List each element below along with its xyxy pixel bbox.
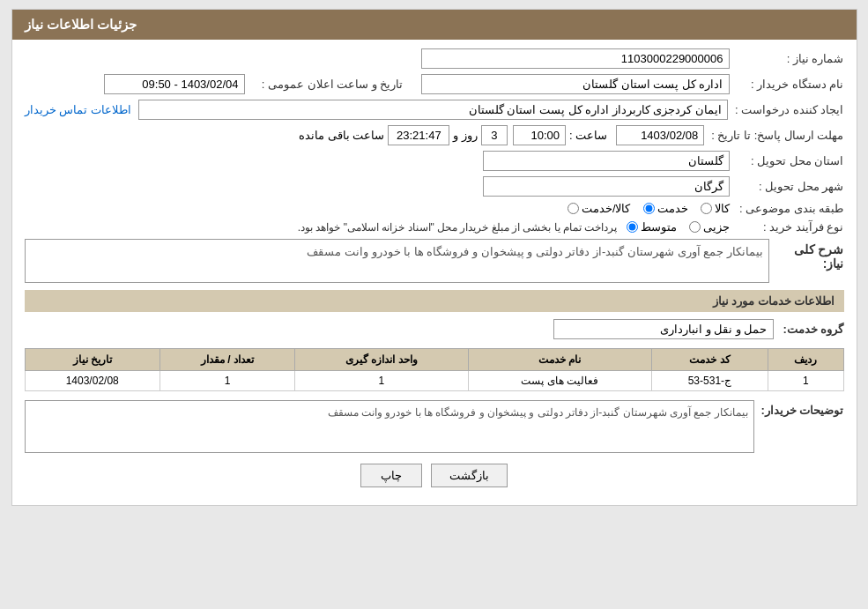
- need-number-label: شماره نیاز :: [730, 52, 844, 65]
- purchase-jozi[interactable]: جزیی: [689, 220, 730, 234]
- need-desc-label: شرح کلی نیاز:: [769, 239, 844, 271]
- buyer-org-value: اداره کل پست استان گلستان: [421, 74, 730, 94]
- service-group-row: گروه خدمت: حمل و نقل و انبارداری: [25, 319, 844, 339]
- category-radio-group: کالا خدمت کالا/خدمت: [568, 202, 730, 215]
- purchase-motavaset-label: متوسط: [641, 220, 677, 234]
- print-button[interactable]: چاپ: [360, 464, 422, 487]
- reply-date: 1403/02/08: [616, 125, 704, 145]
- table-header-row: ردیف کد خدمت نام خدمت واحد اندازه گیری ت…: [25, 349, 843, 371]
- purchase-type-label: نوع فرآیند خرید :: [730, 220, 844, 234]
- category-kala-khedmat-radio[interactable]: [568, 203, 579, 214]
- category-kala-khedmat[interactable]: کالا/خدمت: [568, 202, 631, 215]
- creator-value: ایمان کردجزی کاربرداز اداره کل پست استان…: [138, 100, 728, 120]
- page-title: جزئیات اطلاعات نیاز: [25, 17, 137, 32]
- cell-date: 1403/02/08: [25, 371, 160, 391]
- reply-time: 10:00: [513, 125, 566, 145]
- purchase-motavaset-radio[interactable]: [627, 221, 638, 233]
- buyer-desc-label: توضیحات خریدار:: [754, 400, 844, 417]
- category-kala-label: کالا: [715, 202, 730, 215]
- creator-label: ایجاد کننده درخواست :: [728, 103, 843, 116]
- content-area: شماره نیاز : 1103000229000006 نام دستگاه…: [12, 40, 857, 505]
- category-khedmat-label: خدمت: [657, 202, 688, 215]
- services-table-section: ردیف کد خدمت نام خدمت واحد اندازه گیری ت…: [25, 348, 844, 391]
- cell-unit: 1: [295, 371, 468, 391]
- need-number-value: 1103000229000006: [421, 48, 730, 69]
- need-number-row: شماره نیاز : 1103000229000006: [25, 48, 844, 69]
- creator-row: ایجاد کننده درخواست : ایمان کردجزی کاربر…: [25, 100, 844, 120]
- delivery-city-row: شهر محل تحویل : گرگان: [25, 176, 844, 197]
- category-khedmat[interactable]: خدمت: [643, 202, 688, 215]
- category-kala-khedmat-label: کالا/خدمت: [582, 202, 631, 215]
- need-desc-row: شرح کلی نیاز: بیمانکار جمع آوری شهرستان …: [25, 239, 844, 283]
- category-label: طبقه بندی موضوعی :: [730, 202, 844, 215]
- announce-value: 1403/02/04 - 09:50: [104, 74, 245, 94]
- service-group-label: گروه خدمت:: [774, 323, 844, 336]
- services-info-title: اطلاعات خدمات مورد نیاز: [25, 290, 844, 312]
- purchase-jozi-radio[interactable]: [689, 221, 701, 233]
- category-row: طبقه بندی موضوعی : کالا خدمت کالا/خدمت: [25, 202, 844, 215]
- service-group-value: حمل و نقل و انبارداری: [553, 319, 774, 339]
- delivery-province-label: استان محل تحویل :: [730, 154, 844, 167]
- delivery-city-label: شهر محل تحویل :: [730, 180, 844, 193]
- reply-deadline-row: مهلت ارسال پاسخ: تا تاریخ : 1403/02/08 س…: [25, 125, 844, 145]
- announce-label: تاریخ و ساعت اعلان عمومی :: [245, 78, 404, 91]
- reply-remaining-label: ساعت باقی مانده: [295, 129, 388, 142]
- cell-service_name: فعالیت های پست: [468, 371, 651, 391]
- buyer-desc-row: توضیحات خریدار: بیمانکار جمع آوری شهرستا…: [25, 400, 844, 453]
- reply-time-label: ساعت :: [566, 129, 611, 142]
- need-desc-textarea: بیمانکار جمع آوری شهرستان گنبد-از دفاتر …: [25, 239, 769, 283]
- purchase-motavaset[interactable]: متوسط: [627, 220, 677, 234]
- col-date: تاریخ نیاز: [25, 349, 160, 371]
- back-button[interactable]: بازگشت: [431, 464, 508, 487]
- cell-quantity: 1: [160, 371, 294, 391]
- purchase-jozi-label: جزیی: [703, 220, 730, 234]
- reply-deadline-label: مهلت ارسال پاسخ: تا تاریخ :: [704, 129, 843, 142]
- buyer-org-row: نام دستگاه خریدار : اداره کل پست استان گ…: [25, 74, 844, 94]
- page-header: جزئیات اطلاعات نیاز: [12, 10, 857, 40]
- delivery-province-row: استان محل تحویل : گلستان: [25, 151, 844, 171]
- category-kala-radio[interactable]: [701, 203, 712, 214]
- category-khedmat-radio[interactable]: [643, 203, 655, 214]
- delivery-province-value: گلستان: [483, 151, 730, 171]
- col-unit: واحد اندازه گیری: [295, 349, 468, 371]
- purchase-note: پرداخت تمام یا بخشی از مبلغ خریدار محل "…: [298, 221, 618, 234]
- col-row-num: ردیف: [768, 349, 843, 371]
- reply-days: 3: [481, 125, 508, 145]
- main-container: جزئیات اطلاعات نیاز شماره نیاز : 1103000…: [11, 9, 857, 506]
- cell-row_num: 1: [768, 371, 843, 391]
- contact-link[interactable]: اطلاعات تماس خریدار: [25, 103, 131, 116]
- purchase-type-radio-group: جزیی متوسط: [627, 220, 730, 234]
- cell-service_code: ج-531-53: [651, 371, 768, 391]
- table-row: 1ج-531-53فعالیت های پست111403/02/08: [25, 371, 843, 391]
- reply-days-label: روز و: [449, 129, 481, 142]
- col-service-name: نام خدمت: [468, 349, 651, 371]
- reply-remaining: 23:21:47: [388, 125, 449, 145]
- purchase-type-row: نوع فرآیند خرید : جزیی متوسط پرداخت تمام…: [25, 220, 844, 234]
- col-quantity: تعداد / مقدار: [160, 349, 294, 371]
- button-row: بازگشت چاپ: [25, 464, 844, 496]
- buyer-org-label: نام دستگاه خریدار :: [730, 78, 844, 91]
- col-service-code: کد خدمت: [651, 349, 768, 371]
- services-table: ردیف کد خدمت نام خدمت واحد اندازه گیری ت…: [25, 348, 844, 391]
- category-kala[interactable]: کالا: [701, 202, 730, 215]
- buyer-desc-value: بیمانکار جمع آوری شهرستان گنبد-از دفاتر …: [25, 400, 754, 453]
- delivery-city-value: گرگان: [483, 176, 730, 197]
